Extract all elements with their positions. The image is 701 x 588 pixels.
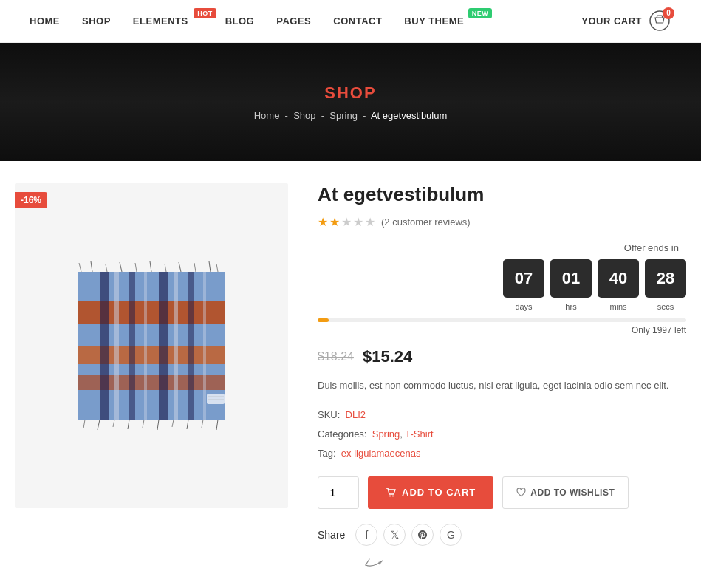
nav-pages[interactable]: PAGES [276,16,311,27]
price-row: $18.24 $15.24 [318,347,686,366]
breadcrumb-spring[interactable]: Spring [329,110,358,121]
share-google[interactable]: G [440,524,462,546]
svg-point-39 [392,495,394,496]
stock-left: Only 1997 left [318,325,686,335]
discount-badge: -16% [15,192,47,208]
svg-line-21 [179,262,181,272]
svg-line-20 [165,264,166,272]
countdown-units: days hrs mins secs [318,302,686,311]
elements-badge: Hot [194,8,216,18]
svg-rect-7 [129,272,135,420]
sku-label: SKU: [318,409,340,420]
svg-line-33 [202,420,203,428]
meta-tag: Tag: ex ligulamaecenas [318,444,686,463]
countdown-days: 07 [503,259,544,298]
send-icon-row [318,555,686,571]
review-count[interactable]: (2 customer reviews) [381,216,471,228]
cart-row: ADD TO CART ADD TO WISHLIST [318,476,686,509]
nav-contact[interactable]: CONTACT [333,16,382,27]
main-nav: HOME SHOP ELEMENTS Hot BLOG PAGES CONTAC… [0,0,701,43]
cart-button-icon [386,488,396,498]
product-title: At egetvestibulum [318,183,686,206]
svg-line-17 [120,262,122,272]
nav-blog[interactable]: BLOG [225,16,255,27]
svg-line-19 [150,261,151,272]
meta-categories: Categories: Spring, T-Shirt [318,425,686,444]
rating-row: ★ ★ ★ ★ ★ (2 customer reviews) [318,215,686,229]
quantity-input[interactable] [318,476,359,509]
nav-links: HOME SHOP ELEMENTS Hot BLOG PAGES CONTAC… [30,16,479,27]
breadcrumb-home[interactable]: Home [254,110,280,121]
share-facebook[interactable]: f [355,524,377,546]
svg-line-22 [194,263,196,272]
hero-content: SHOP Home - Shop - Spring - At egetvesti… [254,83,448,121]
svg-rect-10 [114,272,119,420]
countdown-section: Offer ends in 07 01 40 28 days hrs mins … [318,242,686,311]
unit-mins: mins [598,302,639,311]
nav-elements[interactable]: ELEMENTS Hot [133,16,203,27]
category-spring[interactable]: Spring [372,428,400,440]
unit-days: days [503,302,544,311]
stock-bar [318,318,686,322]
svg-line-40 [366,559,369,565]
share-pinterest[interactable] [411,524,434,546]
svg-rect-11 [144,272,147,420]
svg-marker-41 [378,561,383,565]
tag-label: Tag: [318,448,336,459]
product-description: Duis mollis, est non commodo luctus, nis… [318,378,686,394]
share-icons: f 𝕏 G [355,524,462,546]
svg-rect-8 [159,272,168,420]
svg-line-15 [91,261,92,272]
svg-rect-35 [207,394,225,404]
breadcrumb-shop[interactable]: Shop [293,110,315,121]
star-4: ★ [353,215,363,229]
countdown-boxes: 07 01 40 28 [318,259,686,298]
nav-buy-theme[interactable]: BUY THEME New [404,16,479,27]
svg-line-24 [216,264,218,272]
star-3: ★ [341,215,352,229]
nav-shop[interactable]: SHOP [82,16,111,27]
countdown-label: Offer ends in [318,242,686,253]
send-icon [362,555,399,571]
countdown-mins: 40 [598,259,639,298]
meta-sku: SKU: DLI2 [318,406,686,425]
wishlist-icon [516,488,526,497]
share-row: Share f 𝕏 G [318,524,686,546]
svg-rect-12 [174,272,178,420]
svg-line-29 [143,420,144,428]
product-details: At egetvestibulum ★ ★ ★ ★ ★ (2 customer … [318,183,686,571]
category-tshirt[interactable]: T-Shirt [405,428,433,440]
cart-label: YOUR CART [581,16,642,27]
star-1: ★ [318,215,328,229]
svg-line-28 [128,420,129,429]
svg-line-26 [98,420,100,430]
stock-bar-fill [318,318,329,322]
svg-line-23 [209,261,211,272]
share-twitter[interactable]: 𝕏 [383,524,406,546]
svg-line-16 [106,264,107,272]
svg-line-14 [79,263,81,272]
nav-home[interactable]: HOME [30,16,60,27]
svg-line-30 [157,420,159,430]
add-to-wishlist-button[interactable]: ADD TO WISHLIST [502,476,629,509]
svg-line-27 [113,420,114,427]
unit-secs: secs [645,302,686,311]
add-to-cart-button[interactable]: ADD TO CART [368,476,493,509]
breadcrumb: Home - Shop - Spring - At egetvestibulum [254,110,448,121]
svg-line-25 [83,420,85,428]
cart-area[interactable]: YOUR CART 0 [581,10,671,33]
svg-rect-9 [188,272,194,420]
unit-hrs: hrs [550,302,592,311]
categories-label: Categories: [318,428,366,440]
share-label: Share [318,529,345,541]
cart-icon[interactable]: 0 [649,10,671,33]
countdown-hrs: 01 [550,259,592,298]
sku-value[interactable]: DLI2 [346,409,366,420]
tag-value[interactable]: ex ligulamaecenas [341,448,421,459]
breadcrumb-current: At egetvestibulum [371,110,447,121]
sale-price: $15.24 [363,347,412,366]
buy-theme-badge: New [468,8,493,18]
countdown-secs: 28 [645,259,686,298]
svg-line-31 [172,420,174,427]
svg-rect-6 [100,272,109,420]
